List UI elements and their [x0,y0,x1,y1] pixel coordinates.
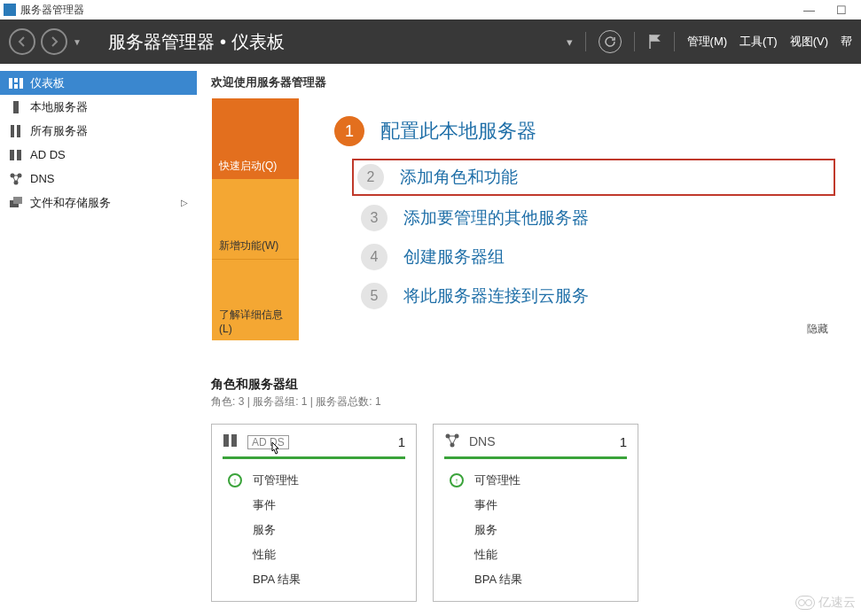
row-services[interactable]: 服务 [444,518,627,542]
tooltip: AD DS [247,435,289,449]
chevron-right-icon: ▷ [181,198,188,207]
step-create-group[interactable]: 4 创建服务器组 [361,244,835,270]
svg-rect-5 [11,125,14,137]
hide-link[interactable]: 隐藏 [334,322,835,337]
row-performance[interactable]: 性能 [223,542,405,567]
sidebar-item-label: DNS [30,172,54,185]
separator [585,32,586,51]
row-label: 可管理性 [253,472,299,488]
card-header: DNS 1 [444,433,627,459]
breadcrumb-current[interactable]: 仪表板 [231,30,285,54]
step-add-roles[interactable]: 2 添加角色和功能 [352,159,835,196]
roles-section: 角色和服务器组 角色: 3 | 服务器组: 1 | 服务器总数: 1 AD DS [211,377,852,602]
notifications-flag-icon[interactable] [647,34,661,50]
card-title: AD DS [247,434,389,449]
app-title: 服务器管理器 [20,3,84,18]
status-up-icon: ↑ [450,473,464,487]
sidebar-item-storage[interactable]: 文件和存储服务 ▷ [0,191,197,214]
row-performance[interactable]: 性能 [444,542,627,567]
tile-quickstart[interactable]: 快速启动(Q) [212,98,299,179]
card-header: AD DS 1 [223,433,405,459]
tile-label: 了解详细信息(L) [219,308,292,335]
sidebar-item-label: 所有服务器 [30,123,88,139]
svg-rect-15 [231,434,237,447]
servers-icon [9,125,23,137]
tile-learnmore[interactable]: 了解详细信息(L) [212,259,299,340]
svg-rect-2 [14,84,18,89]
row-label: 性能 [253,547,276,563]
roles-subtitle: 角色: 3 | 服务器组: 1 | 服务器总数: 1 [211,394,852,409]
adds-icon [223,433,239,449]
tile-whatsnew[interactable]: 新增功能(W) [212,179,299,260]
step-label: 添加角色和功能 [400,166,518,189]
row-events[interactable]: 事件 [444,493,627,518]
main-content: 欢迎使用服务器管理器 快速启动(Q) 新增功能(W) 了解详细信息(L) 1 配… [197,64,861,616]
svg-rect-13 [13,197,22,204]
adds-icon [9,149,23,161]
sidebar: 仪表板 本地服务器 所有服务器 AD DS DNS [0,64,197,616]
svg-rect-4 [13,101,19,113]
step-number: 5 [361,283,387,309]
sidebar-item-dashboard[interactable]: 仪表板 [0,71,197,95]
step-number: 1 [334,116,364,146]
header-bar: ▼ 服务器管理器 • 仪表板 ▾ 管理(M) 工具(T) 视图(V) 帮 [0,19,861,64]
dns-icon [444,433,460,449]
step-add-servers[interactable]: 3 添加要管理的其他服务器 [361,205,835,231]
breadcrumb-root[interactable]: 服务器管理器 [108,30,215,54]
welcome-steps: 1 配置此本地服务器 2 添加角色和功能 3 添加要管理的其他服务器 4 创建服… [299,98,851,340]
window-titlebar: 服务器管理器 — ☐ [0,0,861,19]
sidebar-item-dns[interactable]: DNS [0,167,197,191]
dns-icon [9,173,23,185]
row-services[interactable]: 服务 [223,518,405,542]
sidebar-item-label: AD DS [30,148,66,161]
row-label: 服务 [253,522,276,538]
window-controls: — ☐ [803,4,857,17]
row-bpa[interactable]: BPA 结果 [223,567,405,592]
watermark-text: 亿速云 [818,595,856,611]
welcome-panel: 快速启动(Q) 新增功能(W) 了解详细信息(L) 1 配置此本地服务器 2 添… [211,97,852,341]
sidebar-item-label: 本地服务器 [30,99,88,115]
row-label: 可管理性 [474,472,521,488]
maximize-button[interactable]: ☐ [836,4,847,17]
step-label: 添加要管理的其他服务器 [403,207,589,230]
role-card-adds[interactable]: AD DS 1 ↑ 可管理性 事件 服务 [211,424,417,602]
svg-rect-3 [20,78,23,89]
tile-label: 快速启动(Q) [219,159,277,174]
dropdown-icon[interactable]: ▾ [567,35,573,49]
cursor-icon [268,441,282,457]
svg-rect-8 [17,150,21,160]
roles-title: 角色和服务器组 [211,377,852,393]
help-menu[interactable]: 帮 [841,34,852,50]
separator [634,32,635,51]
role-card-dns[interactable]: DNS 1 ↑ 可管理性 事件 服务 性能 BPA 结果 [433,424,638,602]
role-cards: AD DS 1 ↑ 可管理性 事件 服务 [211,424,852,602]
sidebar-item-adds[interactable]: AD DS [0,143,197,167]
row-bpa[interactable]: BPA 结果 [444,567,627,592]
sidebar-item-all-servers[interactable]: 所有服务器 [0,119,197,143]
view-menu[interactable]: 视图(V) [790,34,828,50]
svg-rect-6 [17,125,20,137]
tools-menu[interactable]: 工具(T) [740,34,778,50]
row-manageability[interactable]: ↑ 可管理性 [444,468,627,493]
row-manageability[interactable]: ↑ 可管理性 [223,468,405,493]
step-configure-local[interactable]: 1 配置此本地服务器 [334,116,835,146]
card-count: 1 [398,434,405,449]
dashboard-icon [9,77,23,90]
breadcrumb: 服务器管理器 • 仪表板 [108,30,285,54]
step-label: 配置此本地服务器 [380,118,536,144]
refresh-button[interactable] [599,30,622,53]
row-label: BPA 结果 [253,572,301,588]
minimize-button[interactable]: — [803,4,815,17]
row-events[interactable]: 事件 [223,493,405,518]
row-label: BPA 结果 [474,572,522,588]
nav-dropdown-icon[interactable]: ▼ [73,37,82,47]
svg-rect-0 [9,78,12,89]
tile-label: 新增功能(W) [219,238,278,253]
sidebar-item-local-server[interactable]: 本地服务器 [0,95,197,119]
manage-menu[interactable]: 管理(M) [687,34,728,50]
nav-forward-button[interactable] [41,28,67,55]
nav-back-button[interactable] [9,28,35,55]
step-connect-cloud[interactable]: 5 将此服务器连接到云服务 [361,283,835,309]
watermark-icon [795,596,815,610]
row-label: 事件 [474,497,497,513]
